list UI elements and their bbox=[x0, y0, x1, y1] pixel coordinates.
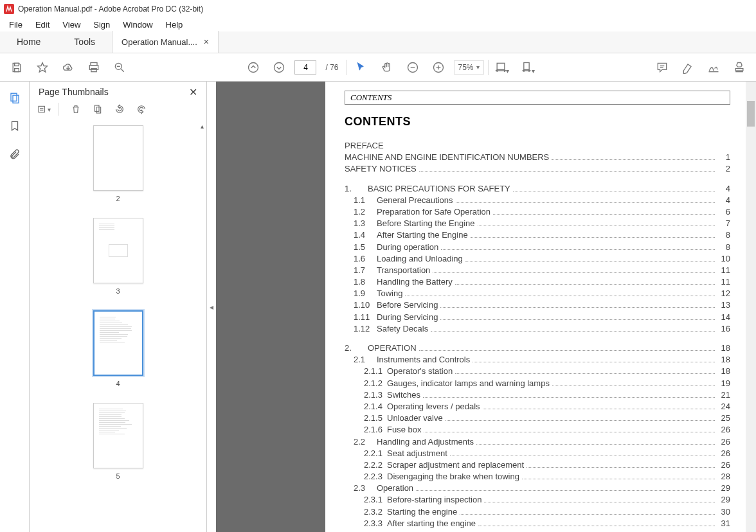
toc-row: 1.11 During Servicing 14 bbox=[345, 312, 730, 323]
toc-label: Fuse box bbox=[387, 424, 421, 436]
menu-sign[interactable]: Sign bbox=[87, 19, 116, 31]
zoom-in-icon[interactable] bbox=[428, 57, 449, 78]
thumbnail-item[interactable]: 2 bbox=[30, 125, 206, 202]
toc-page: 10 bbox=[717, 253, 730, 265]
toc-label: Operation bbox=[377, 483, 413, 494]
scroll-up-icon[interactable]: ▴ bbox=[201, 123, 204, 130]
toc-page: 4 bbox=[717, 195, 730, 206]
menu-edit[interactable]: Edit bbox=[29, 19, 56, 31]
contents-heading: CONTENTS bbox=[345, 115, 730, 129]
print-icon[interactable] bbox=[84, 57, 104, 78]
zoom-out-icon[interactable] bbox=[402, 57, 423, 78]
tab-home[interactable]: Home bbox=[0, 31, 57, 53]
toc-page: 21 bbox=[717, 389, 730, 401]
toc-label: Operator's station bbox=[387, 366, 453, 377]
comment-icon[interactable] bbox=[652, 57, 672, 78]
toc-dots bbox=[440, 307, 715, 308]
toc-label: Disengaging the brake when towing bbox=[387, 471, 519, 483]
toc-dots bbox=[405, 296, 715, 296]
toc-num: 1.11 bbox=[354, 312, 377, 323]
toc-page: 12 bbox=[717, 288, 730, 299]
thumbnail-image[interactable] bbox=[93, 310, 143, 376]
save-icon[interactable] bbox=[6, 57, 27, 78]
toc-label: Scraper adjustment and replacement bbox=[387, 459, 524, 471]
thumbnails-rail-icon[interactable] bbox=[5, 88, 24, 107]
toc-num: 2.2.2 bbox=[364, 459, 387, 471]
svg-rect-23 bbox=[11, 93, 17, 101]
thumbnail-options-icon[interactable]: ▾ bbox=[36, 102, 51, 117]
toc-num: 2.1 bbox=[354, 354, 377, 366]
scrollbar-handle[interactable] bbox=[747, 101, 755, 127]
svg-rect-17 bbox=[524, 62, 529, 69]
toc-label: Operating levers / pedals bbox=[387, 401, 480, 412]
search-icon[interactable] bbox=[109, 57, 130, 78]
toc-row: 2.1.2 Gauges, indicator lamps and warnin… bbox=[345, 378, 730, 389]
toc-page: 18 bbox=[717, 342, 730, 354]
star-icon[interactable] bbox=[32, 57, 53, 78]
toolbar: / 76 75%▾ ▾ ▾ bbox=[0, 53, 756, 82]
thumbnail-item[interactable]: 5 bbox=[30, 403, 206, 480]
chevron-down-icon: ▾ bbox=[476, 64, 480, 71]
delete-icon[interactable] bbox=[68, 102, 84, 117]
menu-view[interactable]: View bbox=[56, 19, 87, 31]
thumbnail-image[interactable] bbox=[93, 403, 143, 468]
toc-dots bbox=[446, 420, 715, 421]
vertical-scrollbar[interactable] bbox=[746, 82, 756, 532]
thumbnail-image[interactable] bbox=[93, 125, 143, 191]
hand-tool-icon[interactable] bbox=[377, 57, 397, 78]
toc-row: 1.3 Before Starting the Engine 7 bbox=[345, 218, 730, 229]
svg-rect-2 bbox=[15, 68, 19, 71]
cloud-icon[interactable] bbox=[58, 57, 78, 78]
tab-bar: Home Tools Operation Manual.... × bbox=[0, 31, 756, 53]
toc-num: 1.12 bbox=[354, 323, 377, 335]
toc-row: 1.9 Towing 12 bbox=[345, 288, 730, 299]
svg-rect-21 bbox=[735, 68, 743, 70]
collapse-panel-button[interactable]: ◂ bbox=[207, 82, 216, 532]
page-input[interactable] bbox=[294, 60, 316, 75]
highlight-icon[interactable] bbox=[678, 57, 698, 78]
rotate-ccw-icon[interactable] bbox=[112, 102, 127, 117]
thumbnail-number: 5 bbox=[116, 472, 120, 480]
toc-num: 2.3 bbox=[354, 483, 377, 494]
select-tool-icon[interactable] bbox=[351, 57, 372, 78]
toc-dots bbox=[483, 409, 715, 409]
thumbnail-item[interactable]: 4 bbox=[30, 310, 206, 387]
menu-help[interactable]: Help bbox=[159, 19, 190, 31]
menu-window[interactable]: Window bbox=[116, 19, 159, 31]
fit-width-icon[interactable]: ▾ bbox=[492, 57, 513, 78]
page-down-icon[interactable] bbox=[269, 57, 289, 78]
new-page-icon[interactable] bbox=[90, 102, 105, 117]
sign-icon[interactable] bbox=[703, 57, 724, 78]
toc-row: 1.12 Safety Decals 16 bbox=[345, 323, 730, 335]
bookmark-rail-icon[interactable] bbox=[5, 116, 24, 136]
toc-label: Gauges, indicator lamps and warning lamp… bbox=[387, 378, 550, 389]
zoom-level[interactable]: 75%▾ bbox=[454, 60, 484, 75]
toc-row: 2.2.2 Scraper adjustment and replacement… bbox=[345, 459, 730, 471]
svg-rect-25 bbox=[39, 106, 44, 112]
thumbnail-list[interactable]: ▴ 2 3 4 5 bbox=[30, 119, 206, 532]
toc-num: 2.1.4 bbox=[364, 401, 387, 412]
toc-num: 2. bbox=[345, 342, 368, 354]
toc-page: 11 bbox=[717, 265, 730, 276]
toc-dots bbox=[419, 350, 715, 351]
svg-line-7 bbox=[122, 69, 124, 71]
left-rail bbox=[0, 82, 30, 532]
toc-label: Switches bbox=[387, 389, 420, 401]
toc-page: 29 bbox=[717, 494, 730, 506]
toc-row: 2.1.3 Switches 21 bbox=[345, 389, 730, 401]
document-view[interactable]: CONTENTS CONTENTS PREFACE MACHINE AND EN… bbox=[216, 82, 756, 532]
tab-close-icon[interactable]: × bbox=[204, 37, 209, 47]
tab-tools[interactable]: Tools bbox=[57, 31, 112, 53]
thumbnail-image[interactable] bbox=[93, 218, 143, 283]
toc-page: 18 bbox=[717, 354, 730, 366]
menu-file[interactable]: File bbox=[3, 19, 29, 31]
stamp-icon[interactable] bbox=[729, 57, 750, 78]
rotate-cw-icon[interactable] bbox=[134, 102, 149, 117]
thumbnail-item[interactable]: 3 bbox=[30, 218, 206, 295]
thumbnail-panel-close-icon[interactable]: ✕ bbox=[189, 86, 197, 98]
tab-document[interactable]: Operation Manual.... × bbox=[112, 31, 219, 53]
toc-page: 2 bbox=[717, 163, 730, 175]
page-display-icon[interactable]: ▾ bbox=[518, 57, 539, 78]
attachment-rail-icon[interactable] bbox=[5, 145, 24, 164]
page-up-icon[interactable] bbox=[243, 57, 264, 78]
